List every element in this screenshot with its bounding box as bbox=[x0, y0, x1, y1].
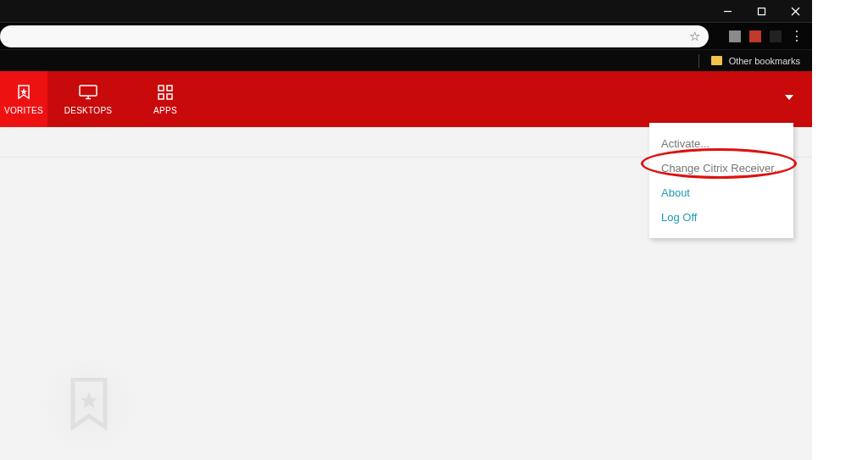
extension-icon-1[interactable] bbox=[729, 30, 741, 42]
profile-icon[interactable] bbox=[770, 30, 782, 42]
address-bar[interactable]: ☆ bbox=[0, 25, 709, 47]
menu-change-receiver[interactable]: Change Citrix Receiver... bbox=[649, 156, 793, 180]
minimize-icon bbox=[723, 7, 732, 16]
svg-rect-8 bbox=[159, 86, 164, 91]
maximize-button[interactable] bbox=[744, 0, 778, 22]
toolbar-extensions: ⋮ bbox=[721, 23, 812, 50]
minimize-button[interactable] bbox=[710, 0, 744, 22]
bookmark-ghost-icon bbox=[66, 378, 112, 432]
menu-about[interactable]: About bbox=[649, 180, 793, 205]
close-button[interactable] bbox=[778, 0, 812, 22]
browser-toolbar: ☆ ⋮ bbox=[0, 22, 812, 49]
svg-rect-11 bbox=[167, 94, 172, 99]
apps-icon bbox=[157, 84, 174, 101]
svg-rect-1 bbox=[758, 8, 765, 14]
nav-desktops-label: DESKTOPS bbox=[64, 106, 113, 115]
extension-icon-2[interactable] bbox=[749, 30, 761, 42]
bookmarks-separator bbox=[698, 54, 699, 68]
nav-favorites-label: VORITES bbox=[4, 106, 43, 115]
citrix-nav: VORITES DESKTOPS APPS bbox=[0, 71, 812, 127]
nav-apps-label: APPS bbox=[153, 106, 177, 115]
svg-rect-10 bbox=[159, 94, 164, 99]
maximize-icon bbox=[757, 7, 766, 16]
bookmark-star-icon[interactable]: ☆ bbox=[689, 29, 700, 44]
svg-rect-9 bbox=[167, 86, 172, 91]
menu-logoff[interactable]: Log Off bbox=[649, 205, 793, 230]
window-titlebar bbox=[0, 0, 812, 22]
user-dropdown-menu: Activate... Change Citrix Receiver... Ab… bbox=[649, 123, 793, 238]
svg-rect-5 bbox=[80, 86, 97, 96]
desktops-icon bbox=[78, 84, 98, 101]
nav-favorites[interactable]: VORITES bbox=[0, 71, 47, 127]
folder-icon bbox=[711, 56, 722, 65]
svg-marker-12 bbox=[81, 392, 97, 408]
chevron-down-icon bbox=[785, 95, 793, 100]
close-icon bbox=[791, 7, 800, 16]
right-gutter bbox=[812, 0, 868, 460]
other-bookmarks-link[interactable]: Other bookmarks bbox=[729, 56, 800, 66]
nav-desktops[interactable]: DESKTOPS bbox=[47, 71, 129, 127]
menu-activate[interactable]: Activate... bbox=[649, 131, 793, 156]
nav-apps[interactable]: APPS bbox=[129, 71, 202, 127]
svg-marker-4 bbox=[20, 88, 27, 95]
user-menu-toggle[interactable] bbox=[785, 95, 793, 100]
browser-menu-icon[interactable]: ⋮ bbox=[790, 30, 804, 43]
bookmarks-bar: Other bookmarks bbox=[0, 49, 812, 71]
favorites-icon bbox=[15, 84, 32, 101]
empty-favorites-placeholder bbox=[42, 358, 136, 452]
